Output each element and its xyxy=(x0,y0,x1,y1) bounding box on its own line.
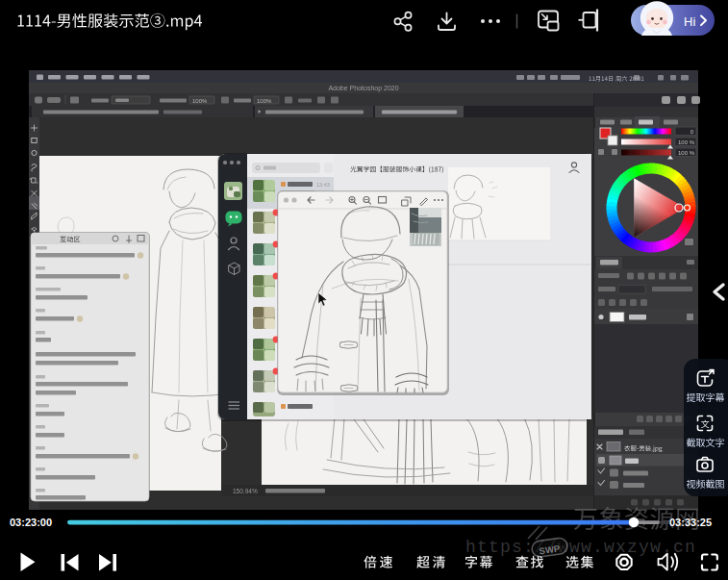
svg-text:Adobe Photoshop 2020: Adobe Photoshop 2020 xyxy=(328,85,398,92)
svg-text:100%: 100% xyxy=(257,98,272,104)
svg-text:100 %: 100 % xyxy=(678,150,695,156)
svg-text:100 %: 100 % xyxy=(678,139,695,145)
svg-text:150.94%: 150.94% xyxy=(233,488,258,494)
svg-text:03:23:00: 03:23:00 xyxy=(10,517,52,528)
svg-text:100%: 100% xyxy=(192,98,208,104)
svg-text:Hi: Hi xyxy=(684,14,695,29)
svg-text:13:43: 13:43 xyxy=(316,182,330,188)
svg-text:https://www.wxzyw.cn: https://www.wxzyw.cn xyxy=(465,538,696,557)
svg-text:03:33:25: 03:33:25 xyxy=(669,517,712,528)
